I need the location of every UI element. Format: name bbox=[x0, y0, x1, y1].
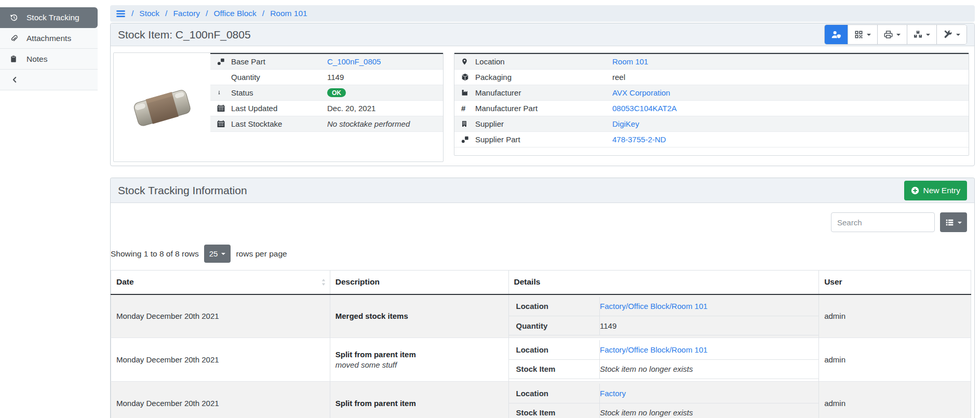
industry-icon bbox=[461, 89, 475, 96]
column-header-details[interactable]: Details bbox=[508, 271, 819, 294]
detail-row-packaging: Packagingreel bbox=[454, 69, 969, 85]
detail-row-manufacturer: ManufacturerAVX Corporation bbox=[454, 85, 969, 100]
table-settings-button[interactable] bbox=[940, 212, 967, 232]
tracking-panel-title: Stock Tracking Information bbox=[118, 184, 247, 197]
detail-label: Supplier bbox=[475, 116, 612, 131]
sort-icon[interactable] bbox=[321, 279, 326, 286]
breadcrumb-link-stock[interactable]: Stock bbox=[139, 9, 159, 18]
sidebar-item-label: Stock Tracking bbox=[26, 13, 79, 22]
tracking-details-table: LocationFactory/Office Block/Room 101Qua… bbox=[509, 297, 819, 336]
user-access-button[interactable] bbox=[825, 25, 848, 44]
tracking-detail-value: Stock item no longer exists bbox=[600, 365, 693, 373]
details-left-body: Base PartC_100nF_0805Quantity1149StatusO… bbox=[210, 53, 443, 131]
pagination-showing-text: Showing 1 to 8 of 8 rows bbox=[111, 249, 199, 259]
detail-label: Packaging bbox=[475, 69, 612, 85]
detail-value-link[interactable]: 478-3755-2-ND bbox=[612, 135, 666, 144]
tracking-detail-link[interactable]: Factory bbox=[600, 389, 626, 398]
shapes-icon bbox=[217, 58, 231, 65]
breadcrumb-separator: / bbox=[131, 9, 133, 18]
tracking-detail-label: Stock Item bbox=[509, 403, 600, 418]
tracking-detail-label: Quantity bbox=[509, 316, 600, 335]
new-entry-button[interactable]: New Entry bbox=[904, 181, 968, 200]
column-header-user[interactable]: User bbox=[819, 271, 971, 294]
sidebar-item-label: Attachments bbox=[26, 34, 71, 43]
tracking-detail-value: Stock item no longer exists bbox=[600, 408, 693, 417]
detail-value-link[interactable]: AVX Corporation bbox=[612, 88, 670, 97]
detail-label: Manufacturer Part bbox=[475, 100, 612, 116]
clipboard-icon bbox=[10, 55, 19, 63]
breadcrumb-link-room-101[interactable]: Room 101 bbox=[270, 9, 307, 18]
tracking-detail-link[interactable]: Factory/Office Block/Room 101 bbox=[600, 302, 707, 311]
tracking-detail-row: LocationFactory/Office Block/Room 101 bbox=[509, 340, 819, 359]
detail-value: 1149 bbox=[327, 73, 344, 82]
sidebar-item-notes[interactable]: Notes bbox=[0, 49, 98, 70]
detail-value: No stocktake performed bbox=[327, 119, 410, 128]
tracking-detail-label: Location bbox=[509, 384, 600, 403]
detail-value-link[interactable]: DigiKey bbox=[612, 119, 639, 128]
tracking-detail-row: Stock ItemStock item no longer exists bbox=[509, 403, 819, 418]
sidebar-item-stock-tracking[interactable]: Stock Tracking bbox=[0, 7, 98, 28]
tracking-table-header-row: DateDescriptionDetailsUser bbox=[111, 271, 971, 294]
caret-down-icon bbox=[867, 34, 871, 38]
stock-tracking-table: DateDescriptionDetailsUser Monday Decemb… bbox=[111, 270, 971, 418]
column-label: User bbox=[824, 277, 842, 287]
qrcode-icon bbox=[854, 30, 863, 39]
main-content: /Stock/Factory/Office Block/Room 101 Sto… bbox=[110, 5, 975, 418]
box-icon bbox=[461, 73, 475, 81]
detail-label: Manufacturer bbox=[475, 85, 612, 100]
stock-tracking-panel-header: Stock Tracking Information New Entry bbox=[111, 178, 974, 203]
detail-value-link[interactable]: 08053C104KAT2A bbox=[612, 104, 677, 113]
tracking-detail-label: Location bbox=[509, 297, 600, 316]
detail-row-last-updated: Last UpdatedDec. 20, 2021 bbox=[210, 100, 443, 116]
tracking-table-body: Monday December 20th 2021Merged stock it… bbox=[111, 294, 971, 418]
tracking-date: Monday December 20th 2021 bbox=[111, 294, 330, 338]
detail-value-link[interactable]: Room 101 bbox=[612, 57, 648, 66]
printer-icon bbox=[884, 30, 893, 39]
tracking-detail-row: Stock ItemStock item no longer exists bbox=[509, 359, 819, 379]
edit-actions-button[interactable] bbox=[936, 25, 966, 44]
map-marker-icon bbox=[461, 58, 475, 65]
detail-value-link[interactable]: C_100nF_0805 bbox=[327, 57, 381, 66]
details-right-body: LocationRoom 101PackagingreelManufacture… bbox=[454, 53, 969, 147]
stock-actions-button[interactable] bbox=[907, 25, 936, 44]
barcode-actions-button[interactable] bbox=[848, 25, 877, 44]
tools-icon bbox=[943, 30, 952, 39]
history-icon bbox=[10, 14, 19, 22]
sidebar-collapse-button[interactable] bbox=[0, 70, 98, 90]
menu-icon[interactable] bbox=[116, 9, 126, 19]
breadcrumb-links: /Stock/Factory/Office Block/Room 101 bbox=[131, 9, 307, 18]
stock-item-details-table: Base PartC_100nF_0805Quantity1149StatusO… bbox=[210, 53, 443, 132]
column-header-date[interactable]: Date bbox=[111, 271, 330, 294]
sidebar-item-attachments[interactable]: Attachments bbox=[0, 28, 98, 49]
caret-down-icon bbox=[896, 34, 901, 38]
breadcrumb-separator: / bbox=[165, 9, 167, 18]
breadcrumb-link-office-block[interactable]: Office Block bbox=[213, 9, 256, 18]
table-controls bbox=[111, 203, 974, 232]
breadcrumb-separator: / bbox=[262, 9, 264, 18]
tracking-detail-link[interactable]: Factory/Office Block/Room 101 bbox=[600, 345, 707, 354]
detail-row-supplier: SupplierDigiKey bbox=[454, 116, 969, 131]
column-header-description[interactable]: Description bbox=[330, 271, 508, 294]
caret-down-icon bbox=[956, 34, 960, 38]
chevron-left-icon bbox=[11, 76, 19, 84]
page-title: Stock Item: C_100nF_0805 bbox=[118, 29, 251, 41]
breadcrumb-link-factory[interactable]: Factory bbox=[173, 9, 200, 18]
tracking-detail-row: LocationFactory/Office Block/Room 101 bbox=[509, 297, 819, 316]
page-size-dropdown[interactable]: 25 bbox=[204, 245, 231, 263]
search-input[interactable] bbox=[831, 212, 935, 232]
part-thumbnail[interactable] bbox=[114, 53, 210, 161]
new-entry-label: New Entry bbox=[923, 186, 961, 195]
column-label: Details bbox=[514, 277, 541, 287]
column-label: Description bbox=[335, 277, 380, 287]
tracking-detail-row: LocationFactory bbox=[509, 384, 819, 403]
stock-item-toolbar bbox=[824, 24, 967, 45]
tracking-detail-row: Quantity1149 bbox=[509, 316, 819, 335]
info-icon bbox=[217, 89, 231, 97]
hashtag-icon: # bbox=[461, 104, 465, 113]
detail-row-base-part: Base PartC_100nF_0805 bbox=[210, 53, 443, 69]
tracking-note: moved some stuff bbox=[335, 360, 508, 369]
print-actions-button[interactable] bbox=[877, 25, 907, 44]
caret-down-icon bbox=[221, 253, 225, 257]
caret-down-icon bbox=[926, 34, 930, 38]
sidebar-item-label: Notes bbox=[26, 55, 48, 64]
